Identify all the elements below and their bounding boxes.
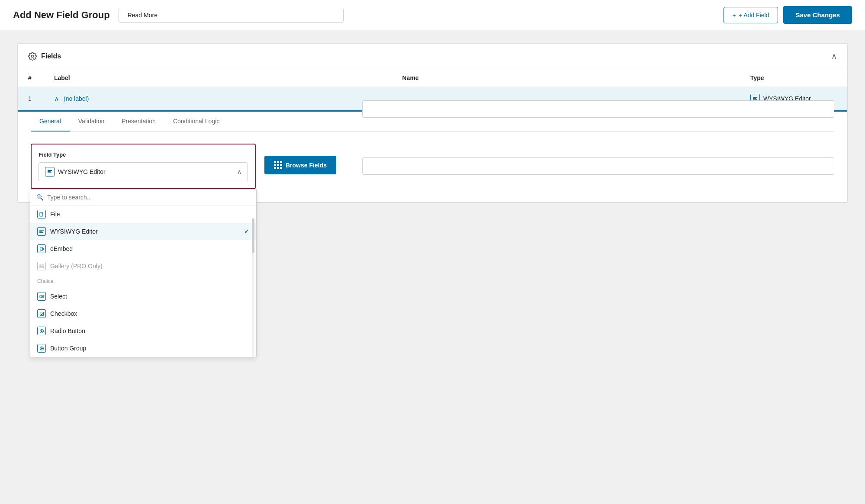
wysiwyg-dropdown-icon [37, 227, 46, 236]
field-type-box: Field Type [31, 144, 256, 189]
dropdown-item-checkbox[interactable]: Checkbox [30, 305, 256, 322]
fields-card: Fields ∧ # Label Name Type 1 ∧ (no label… [17, 43, 848, 203]
svg-point-15 [41, 296, 42, 297]
field-type-label-text: Field Type [39, 151, 248, 158]
svg-rect-10 [39, 232, 43, 233]
header-actions: + + Add Field Save Changes [724, 6, 852, 24]
oembed-label: oEmbed [50, 245, 73, 252]
browse-fields-button[interactable]: Browse Fields [264, 156, 336, 174]
gallery-label: Gallery (PRO Only) [50, 263, 103, 270]
selected-type-text: WYSIWYG Editor [58, 168, 106, 175]
dropdown-item-radio[interactable]: Radio Button [30, 322, 256, 340]
field-label-group: ∧ (no label) [54, 95, 402, 103]
radio-icon [37, 327, 46, 335]
gallery-icon [37, 262, 46, 270]
add-field-label: + Add Field [739, 12, 769, 19]
svg-rect-9 [39, 231, 42, 232]
field-type-section: Field Type [31, 144, 834, 189]
save-changes-button[interactable]: Save Changes [783, 6, 852, 24]
dropdown-item-button-group[interactable]: Button Group [30, 340, 256, 357]
field-type-select[interactable]: WYSIWYG Editor ∧ [39, 162, 248, 181]
button-group-label: Button Group [50, 345, 86, 352]
fields-section-header: Fields ∧ [18, 44, 847, 69]
button-group-icon [37, 344, 46, 353]
dropdown-item-select[interactable]: Select [30, 288, 256, 305]
wysiwyg-label: WYSIWYG Editor [50, 228, 98, 235]
scrollbar-thumb[interactable] [252, 218, 254, 253]
checkbox-icon [37, 309, 46, 318]
oembed-icon [37, 244, 46, 253]
field-type-select-left: WYSIWYG Editor [45, 167, 106, 177]
grid-icon [274, 161, 282, 169]
chevron-up-icon: ∧ [237, 168, 241, 175]
svg-rect-8 [39, 230, 44, 231]
gear-icon [28, 52, 37, 61]
field-row: 1 ∧ (no label) WYSIWYG Editor [18, 87, 847, 202]
file-label: File [50, 211, 60, 218]
fields-title-group: Fields [28, 52, 61, 61]
field-label-input[interactable] [362, 100, 834, 118]
expand-icon[interactable]: ∧ [54, 95, 59, 103]
field-number: 1 [28, 95, 54, 102]
svg-point-18 [41, 330, 42, 332]
svg-rect-2 [753, 98, 756, 99]
right-fields [362, 100, 834, 175]
add-field-button[interactable]: + + Add Field [724, 7, 778, 23]
field-type-container: Field Type [31, 144, 256, 189]
field-expanded: General Validation Presentation Conditio… [18, 110, 847, 202]
svg-point-0 [32, 55, 34, 58]
field-name-input[interactable] [362, 157, 834, 175]
selected-type-icon [45, 167, 55, 177]
page-header: Add New Field Group Read More + + Add Fi… [0, 0, 865, 30]
field-label-text: (no label) [64, 95, 89, 102]
svg-rect-5 [48, 171, 51, 172]
search-input[interactable] [47, 194, 250, 201]
scrollbar-track [252, 218, 254, 357]
fields-title: Fields [41, 52, 61, 60]
search-icon: 🔍 [36, 194, 44, 201]
col-type: Type [750, 74, 837, 81]
select-label: Select [50, 293, 67, 300]
field-type-dropdown: 🔍 File [30, 189, 257, 357]
dropdown-item-gallery: Gallery (PRO Only) [30, 257, 256, 275]
col-name: Name [402, 74, 751, 81]
svg-rect-4 [48, 170, 52, 171]
tab-general[interactable]: General [31, 112, 70, 132]
plus-icon: + [733, 12, 736, 19]
tab-presentation[interactable]: Presentation [113, 112, 164, 132]
search-row: 🔍 [30, 189, 256, 205]
checkbox-label: Checkbox [50, 310, 77, 317]
file-icon [37, 210, 46, 218]
collapse-icon[interactable]: ∧ [831, 51, 837, 61]
svg-rect-1 [753, 97, 757, 98]
table-header: # Label Name Type [18, 69, 847, 87]
read-more-button[interactable]: Read More [119, 8, 344, 22]
select-icon [37, 292, 46, 301]
svg-rect-6 [48, 173, 51, 173]
radio-label: Radio Button [50, 327, 85, 334]
dropdown-item-file[interactable]: File [30, 205, 256, 223]
tab-validation[interactable]: Validation [70, 112, 113, 132]
col-label: Label [54, 74, 402, 81]
browse-fields-label: Browse Fields [286, 162, 327, 169]
check-icon: ✓ [244, 228, 249, 235]
dropdown-item-oembed[interactable]: oEmbed [30, 240, 256, 257]
dropdown-item-wysiwyg[interactable]: WYSIWYG Editor ✓ [30, 223, 256, 240]
svg-rect-3 [753, 100, 757, 100]
page-title: Add New Field Group [13, 10, 110, 21]
tab-conditional-logic[interactable]: Conditional Logic [164, 112, 228, 132]
col-hash: # [28, 74, 54, 81]
choice-category: Choice [30, 275, 256, 288]
main-content: Fields ∧ # Label Name Type 1 ∧ (no label… [0, 30, 865, 216]
